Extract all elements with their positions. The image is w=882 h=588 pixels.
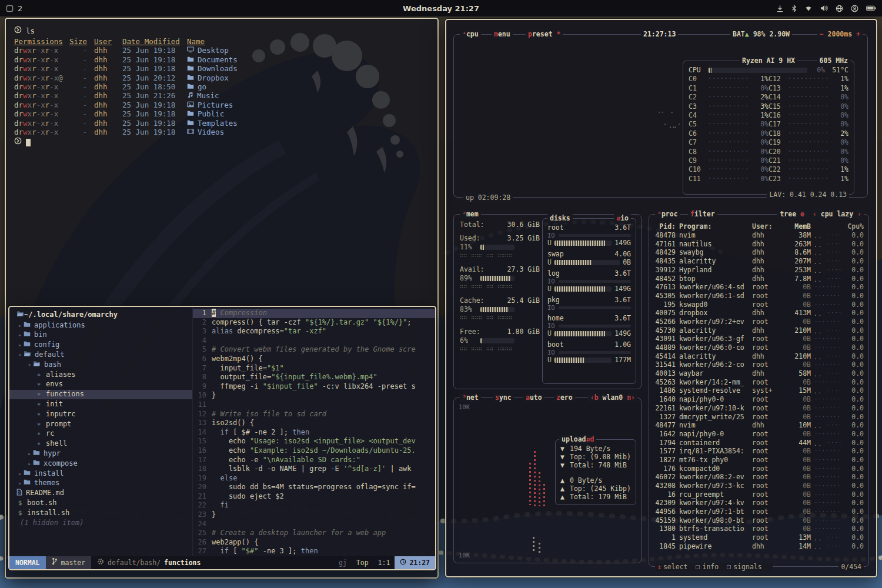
code-line[interactable]: 13iso2sd() {: [193, 419, 435, 428]
process-row[interactable]: 1640napi/phy0-0root0B·······0.0: [649, 395, 868, 404]
code-line[interactable]: 5# Convert webm files generated by the G…: [193, 345, 435, 355]
preset-button[interactable]: preset *: [526, 30, 563, 39]
process-row[interactable]: 40013waybardhh58M⡀⡀ ·······0.0: [649, 369, 868, 378]
process-row[interactable]: 45159kworker/u98:0-btroot0B·······0.0: [649, 516, 868, 525]
code-line[interactable]: 23}: [193, 510, 435, 520]
tree-item-install[interactable]: ▸install: [9, 469, 192, 479]
process-row[interactable]: 45263kworker/14:2-mm_root0B·······0.0: [649, 378, 868, 387]
process-row[interactable]: 43208kworker/u97:3-kcroot0B·······0.0: [649, 482, 868, 490]
header-pid[interactable]: Pid:: [654, 222, 676, 231]
process-row[interactable]: 31541kworker/u96:2-coroot0B·······0.0: [649, 360, 868, 369]
header-memb[interactable]: MemB: [785, 222, 811, 231]
wifi-icon[interactable]: [804, 5, 813, 12]
cpu-box-title[interactable]: ¹cpu: [460, 30, 481, 39]
footer-signals[interactable]: signals: [727, 563, 761, 571]
code-line[interactable]: 18 lsblk -d -o NAME | grep -E '^sd[a-z]'…: [193, 465, 435, 474]
proc-sort-controls[interactable]: tree e ‹ cpu lazy ›: [777, 210, 864, 219]
process-row[interactable]: 48452btopdhh7.8M⡀⡀ ·······0.0: [649, 274, 868, 283]
file-tree-pane[interactable]: ~/.local/share/omarchy▸applications▸bin▸…: [9, 307, 193, 556]
tree-item-envs[interactable]: ∗envs: [9, 380, 192, 390]
neovim-window[interactable]: ~/.local/share/omarchy▸applications▸bin▸…: [8, 306, 436, 570]
process-row[interactable]: 48435alacrittydhh207M⡀⡀ ·······0.0: [649, 257, 868, 266]
process-row[interactable]: 43091kworker/u96:3-gfroot0B·······0.0: [649, 335, 868, 343]
tree-item-boot-sh[interactable]: $boot.sh: [9, 498, 192, 508]
code-line[interactable]: 10}: [193, 391, 435, 400]
process-row[interactable]: 45266kworker/u97:2+evroot0B·······0.0: [649, 318, 868, 326]
code-line[interactable]: 11: [193, 400, 435, 410]
code-line[interactable]: 20 sudo dd bs=4M status=progress oflag=s…: [193, 483, 435, 492]
header-user[interactable]: User:: [752, 222, 781, 231]
proc-footer-keys[interactable]: ↕selectinfosignals: [655, 563, 773, 572]
process-row[interactable]: 1577irq/81-PIXA3854:root0B·······0.0: [649, 447, 868, 456]
process-row[interactable]: 48429swaybgdhh8.6M⡀⡀ ·······0.0: [649, 248, 868, 257]
io-toggle[interactable]: ⇵io: [614, 214, 631, 223]
process-row[interactable]: 1794containerdroot44M⡀⡀ ·······0.0: [649, 439, 868, 447]
tree-item-init[interactable]: ∗init: [9, 399, 192, 409]
process-row[interactable]: 1845pipewiredhh14M⡀⡀ ·······0.0: [649, 542, 868, 551]
tree-item-functions[interactable]: ∗functions: [9, 390, 192, 400]
process-row[interactable]: 45730alacrittydhh210M⡀⡀ ·······0.0: [649, 326, 868, 335]
process-row[interactable]: 44956kworker/u97:1-btroot0B·······0.0: [649, 507, 868, 516]
code-line[interactable]: 1# Compression: [193, 309, 435, 318]
tree-item-rc[interactable]: ∗rc: [9, 429, 192, 439]
update-interval[interactable]: − 2000ms +: [817, 30, 863, 39]
header-cpu[interactable]: Cpu%: [845, 222, 864, 231]
code-line[interactable]: 8 output_file="${input_file%.webm}.mp4": [193, 373, 435, 382]
tree-item-bash[interactable]: ▾bash: [9, 360, 192, 370]
process-row[interactable]: 16rcu_preemptroot0B·······0.0: [649, 490, 868, 499]
process-row[interactable]: 40075dropboxdhh413M⡀⡀ ·······0.0: [649, 309, 868, 318]
code-line[interactable]: 24: [193, 520, 435, 529]
code-line[interactable]: 7 input_file="$1": [193, 364, 435, 373]
tree-item-readme-md[interactable]: README.md: [9, 489, 192, 499]
net-sync-toggle[interactable]: sync: [493, 393, 514, 402]
process-row[interactable]: 47161nautilusdhh263M⡀⡀ ·······0.0: [649, 240, 868, 249]
process-row[interactable]: 176kcompactd0root0B·······0.0: [649, 465, 868, 473]
code-line[interactable]: 14 if [ $# -ne 2 ]; then: [193, 428, 435, 437]
code-line[interactable]: 22 fi: [193, 501, 435, 510]
process-row[interactable]: 45414alacrittydhh210M⡀⡀ ·······0.0: [649, 352, 868, 361]
process-row[interactable]: 47613kworker/u96:4-sdroot0B·······0.0: [649, 283, 868, 292]
code-line[interactable]: 6webm2mp4() {: [193, 355, 435, 364]
account-icon[interactable]: [851, 5, 858, 12]
tree-item-aliases[interactable]: ∗aliases: [9, 370, 192, 380]
tree-item-shell[interactable]: ∗shell: [9, 439, 192, 449]
process-row[interactable]: 39912Hyprlanddhh253M⡀⡀ ·······0.0: [649, 266, 868, 275]
tree-item-xcompose[interactable]: ▸xcompose: [9, 459, 192, 469]
process-row[interactable]: 48477nvimdhh10M⡀⡀ ·······0.0: [649, 421, 868, 430]
tree-item-install-sh[interactable]: $install.sh: [9, 508, 192, 518]
net-interface-switch[interactable]: ‹b wlan0 n›: [588, 393, 637, 402]
globe-icon[interactable]: [836, 5, 843, 12]
process-header[interactable]: Pid: Program: User: MemB Cpu%: [649, 222, 868, 231]
net-box-title[interactable]: ³net: [460, 393, 481, 402]
process-row[interactable]: 1327dmcrypt_write/25root0B·······0.0: [649, 412, 868, 421]
process-row[interactable]: 1642napi/phy0-0root0B·······0.0: [649, 430, 868, 439]
proc-box-title[interactable]: ⁴proc: [655, 210, 680, 219]
process-row[interactable]: 42309kworker/u97:4-kvroot0B·······0.0: [649, 499, 868, 507]
battery-icon[interactable]: [866, 5, 876, 11]
code-line[interactable]: 25# Create a desktop launcher for a web …: [193, 529, 435, 538]
process-row[interactable]: 1827mt76-tx phy0root0B·······0.0: [649, 456, 868, 465]
code-line[interactable]: 4: [193, 336, 435, 346]
btop-window[interactable]: ¹cpu menu preset * 21:27:13 BAT▲ 98% 2.9…: [445, 19, 877, 577]
tree-item-prompt[interactable]: ∗prompt: [9, 419, 192, 429]
tree-item-applications[interactable]: ▸applications: [9, 320, 192, 330]
tree-item-config[interactable]: ▸config: [9, 340, 192, 350]
menu-button[interactable]: menu: [492, 30, 513, 39]
code-line[interactable]: 21 sudo eject $2: [193, 492, 435, 502]
header-program[interactable]: Program:: [679, 222, 749, 231]
process-row[interactable]: 44889kworker/u96:0-coroot0B·······0.0: [649, 343, 868, 352]
tree-item-hypr[interactable]: ▸hypr: [9, 449, 192, 459]
git-branch[interactable]: master: [46, 556, 92, 569]
code-pane[interactable]: 1# Compression2compress() { tar -czf "${…: [193, 307, 435, 556]
process-row[interactable]: 1486systemd-resolvesyst+15M⡀⡀ ·······0.0: [649, 386, 868, 395]
code-line[interactable]: 26web2app() {: [193, 538, 435, 547]
net-auto-toggle[interactable]: auto: [523, 393, 544, 402]
tree-item--1-hidden-item-[interactable]: (1 hidden item): [9, 518, 192, 528]
process-row[interactable]: 46072kworker/u98:2-evroot0B·······0.0: [649, 473, 868, 482]
process-row[interactable]: 45305kworker/u96:1-sdroot0B·······0.0: [649, 292, 868, 300]
code-line[interactable]: 16 echo "Example: iso2sd ~/Downloads/ubu…: [193, 446, 435, 456]
volume-icon[interactable]: [820, 5, 828, 12]
workspace-indicator[interactable]: 2: [6, 4, 22, 13]
filter-button[interactable]: filter: [688, 210, 717, 219]
code-line[interactable]: 27 if [ "$#" -ne 3 ]; then: [193, 547, 435, 556]
